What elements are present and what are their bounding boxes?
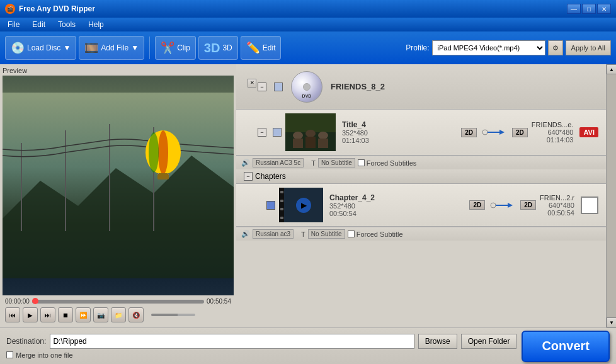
right-scrollbar: ▲ ▼ xyxy=(606,64,616,327)
dvd-hole xyxy=(303,83,311,91)
right-panel: ▲ ▼ ✕ − FRIENDS_8_2 xyxy=(236,64,616,327)
dvd-checkbox[interactable] xyxy=(274,82,283,91)
chapter-forced-label: Forced Subtitle xyxy=(356,230,403,238)
chapter-play-icon[interactable]: ▶ xyxy=(296,198,311,213)
merge-label: Merge into one file xyxy=(16,351,73,359)
settings-button[interactable]: ⚙ xyxy=(548,40,563,55)
load-disc-button[interactable]: 💿 Load Disc ▼ xyxy=(5,36,76,60)
forced-checkbox[interactable] xyxy=(358,159,365,166)
convert-button[interactable]: Convert xyxy=(522,331,610,362)
open-button[interactable]: 📁 xyxy=(111,307,126,322)
scroll-up-button[interactable]: ▲ xyxy=(607,64,616,74)
chapter-duration: 00:50:54 xyxy=(329,210,463,217)
bottom-left: Destination: Browse Open Folder Merge in… xyxy=(6,334,516,359)
add-file-button[interactable]: 🎞️ Add File ▼ xyxy=(79,36,144,60)
title-expand-button[interactable]: − xyxy=(258,128,266,137)
title-bar-controls: — □ ✕ xyxy=(567,4,611,14)
svg-marker-23 xyxy=(499,130,505,135)
chapter-info: Chapter_4_2 352*480 00:50:54 xyxy=(327,193,465,217)
chapters-toggle[interactable]: − xyxy=(244,172,253,181)
title-info: Title_4 352*480 01:14:03 xyxy=(339,120,457,144)
film-hole-3 xyxy=(280,208,283,210)
chapter-forced-checkbox[interactable] xyxy=(348,230,355,237)
clip-icon: ✂️ xyxy=(161,41,174,55)
3d-label: 3D xyxy=(222,43,232,52)
edit-label: Edit xyxy=(263,43,276,52)
menu-tools[interactable]: Tools xyxy=(53,19,81,30)
apply-all-button[interactable]: Apply to All xyxy=(566,40,611,55)
prev-button[interactable]: ⏮ xyxy=(5,307,20,322)
scroll-down-button[interactable]: ▼ xyxy=(607,317,616,327)
chapter-audio-icon: 🔊 xyxy=(241,230,250,238)
title-subtitle[interactable]: No Subtitle xyxy=(318,158,355,168)
film-hole-2 xyxy=(280,200,283,202)
next-button[interactable]: ⏭ xyxy=(40,307,55,322)
minimize-button[interactable]: — xyxy=(567,4,581,14)
chapter-output-name: FRIEN...2.r xyxy=(540,194,574,202)
clip-button[interactable]: ✂️ Clip xyxy=(155,36,196,60)
maximize-button[interactable]: □ xyxy=(582,4,596,14)
preview-label: Preview xyxy=(3,67,234,74)
separator-1 xyxy=(149,37,150,59)
frame-forward-button[interactable]: ⏩ xyxy=(76,307,91,322)
svg-point-8 xyxy=(149,132,159,173)
preview-scene xyxy=(3,76,234,295)
dvd-item: ✕ − FRIENDS_8_2 xyxy=(236,64,606,110)
chapter-audio[interactable]: Russian ac3 xyxy=(253,229,294,239)
app-title: Free Any DVD Ripper xyxy=(19,4,95,13)
play-button[interactable]: ▶ xyxy=(23,307,38,322)
chapter-subtitle[interactable]: No Subtitle xyxy=(308,229,345,239)
chapter-output-info: FRIEN...2.r 640*480 00:50:54 xyxy=(540,194,574,217)
output-dims: 640*480 xyxy=(532,128,574,136)
dvd-name: FRIENDS_8_2 xyxy=(331,82,385,91)
svg-point-7 xyxy=(158,130,168,174)
merge-checkbox[interactable] xyxy=(6,351,13,358)
svg-point-14 xyxy=(293,132,303,139)
chapters-label: Chapters xyxy=(255,172,286,181)
title-name: Title_4 xyxy=(342,120,455,129)
chapter-forced-check[interactable]: Forced Subtitle xyxy=(348,230,403,238)
close-button[interactable]: ✕ xyxy=(597,4,611,14)
load-disc-label: Load Disc xyxy=(27,43,60,52)
browse-button[interactable]: Browse xyxy=(418,334,457,349)
menu-help[interactable]: Help xyxy=(83,19,109,30)
chapter-checkbox[interactable] xyxy=(266,201,275,210)
subtitle-icon: T xyxy=(311,159,316,167)
snapshot-button[interactable]: 📷 xyxy=(93,307,108,322)
mute-button[interactable]: 🔇 xyxy=(128,307,144,322)
stop-button[interactable]: ⏹ xyxy=(58,307,73,322)
film-hole-4 xyxy=(280,217,283,219)
forced-subtitles-check[interactable]: Forced Subtitles xyxy=(358,159,416,167)
dvd-disc-icon xyxy=(288,69,326,104)
destination-row: Destination: Browse Open Folder xyxy=(6,334,516,349)
svg-point-20 xyxy=(482,130,488,135)
open-folder-button[interactable]: Open Folder xyxy=(461,334,517,349)
seek-bar[interactable] xyxy=(32,300,204,304)
svg-rect-19 xyxy=(318,139,328,148)
edit-button[interactable]: ✏️ Edit xyxy=(241,36,282,60)
menu-file[interactable]: File xyxy=(3,19,25,30)
badge-2d-out: 2D xyxy=(512,128,528,137)
title-audio[interactable]: Russian AC3 5c xyxy=(253,158,304,168)
3d-button[interactable]: 3D 3D xyxy=(198,36,238,60)
menu-edit[interactable]: Edit xyxy=(27,19,50,30)
title-dims: 352*480 xyxy=(342,129,455,137)
volume-slider[interactable] xyxy=(151,314,195,316)
profile-label: Profile: xyxy=(406,43,429,52)
chapter-badge-2d-in: 2D xyxy=(469,200,485,210)
profile-select[interactable]: iPad MPEG4 Video(*.mp4) xyxy=(432,40,545,55)
title-thumb-inner xyxy=(285,113,336,151)
svg-rect-18 xyxy=(305,137,316,148)
scroll-track[interactable] xyxy=(607,74,616,317)
toolbar: 💿 Load Disc ▼ 🎞️ Add File ▼ ✂️ Clip 3D 3… xyxy=(0,31,616,64)
svg-marker-26 xyxy=(508,203,513,208)
title-checkbox[interactable] xyxy=(273,128,282,137)
add-file-label: Add File xyxy=(101,43,128,52)
dvd-disc xyxy=(291,71,322,103)
main-content: Preview xyxy=(0,64,616,327)
disc-icon: 💿 xyxy=(11,41,25,55)
expand-button[interactable]: − xyxy=(258,82,266,91)
arrow-svg xyxy=(482,126,507,139)
destination-input[interactable] xyxy=(50,334,414,349)
dvd-close-button[interactable]: ✕ xyxy=(248,79,256,88)
